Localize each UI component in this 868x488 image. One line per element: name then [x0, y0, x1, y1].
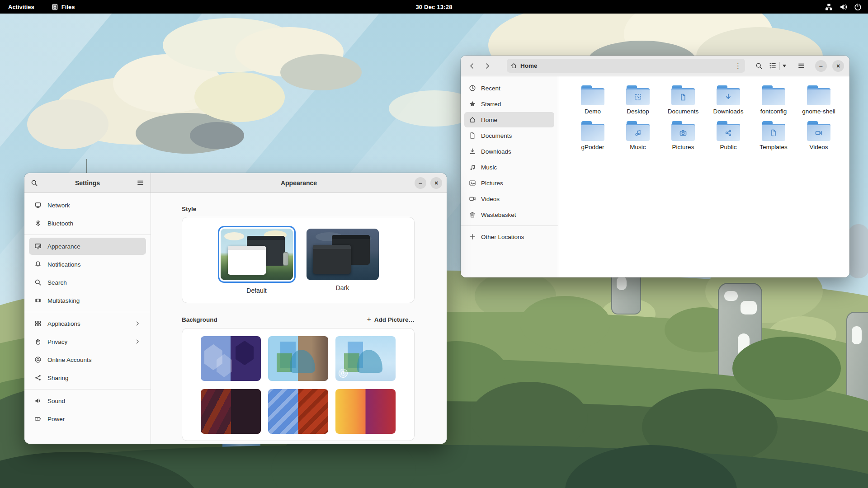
wallpaper-thumbnail-blue-sepia-abstract[interactable]: [268, 336, 328, 381]
camera-emblem: [678, 128, 688, 138]
folder-videos[interactable]: Videos: [796, 121, 841, 150]
sidebar-item-label: Wastebasket: [481, 211, 516, 218]
sidebar-item-downloads[interactable]: Downloads: [464, 144, 554, 159]
sidebar-item-home[interactable]: Home: [464, 112, 554, 127]
settings-titlebar-right[interactable]: Appearance – ×: [151, 173, 447, 193]
style-option-label: Dark: [336, 284, 349, 291]
focused-app-menu[interactable]: Files: [52, 4, 75, 10]
path-bar[interactable]: Home ⋮: [507, 59, 745, 73]
sidebar-item-pictures[interactable]: Pictures: [464, 175, 554, 191]
distant-stone: [848, 224, 868, 278]
sidebar-item-multitasking[interactable]: Multitasking: [29, 292, 146, 309]
sidebar-item-label: Pictures: [481, 180, 503, 187]
divider: [24, 235, 151, 235]
folder-name: Pictures: [672, 144, 694, 150]
system-status-area[interactable]: [825, 3, 862, 11]
wallpaper-thumbnail-light-blue-abstract[interactable]: [335, 336, 396, 381]
folder-icon: [762, 85, 785, 105]
sidebar-item-label: Network: [47, 202, 70, 209]
minimize-button[interactable]: –: [415, 177, 426, 189]
folder-downloads[interactable]: Downloads: [706, 85, 751, 115]
folder-music[interactable]: Music: [615, 121, 660, 150]
forward-button[interactable]: [481, 60, 493, 72]
wallpaper-thumbnail-yellow-purple-gradient[interactable]: [335, 389, 396, 434]
battery-icon: [34, 415, 42, 422]
sidebar-item-other-locations[interactable]: Other Locations: [464, 229, 554, 244]
search-button[interactable]: [753, 60, 765, 72]
sidebar-item-videos[interactable]: Videos: [464, 191, 554, 206]
forward-icon: [484, 62, 491, 70]
sidebar-item-network[interactable]: Network: [29, 197, 146, 214]
network-display-icon: [34, 202, 42, 209]
panel-title: Appearance: [281, 179, 317, 187]
view-toggle-button[interactable]: [769, 60, 786, 72]
folder-fontconfig[interactable]: fontconfig: [751, 85, 796, 115]
add-picture-button[interactable]: + Add Picture…: [367, 315, 415, 324]
auto-switch-clock-badge: [339, 369, 348, 378]
sidebar-item-online-accounts[interactable]: Online Accounts: [29, 351, 146, 368]
files-content-area[interactable]: Demo Desktop Documents: [558, 76, 849, 277]
sidebar-item-label: Sound: [47, 398, 65, 404]
document-icon: [469, 132, 476, 139]
style-option-dark[interactable]: Dark: [307, 226, 379, 291]
folder-gnome-shell[interactable]: gnome-shell: [796, 85, 841, 115]
sidebar-item-label: Home: [481, 117, 497, 123]
hamburger-menu-icon[interactable]: [137, 179, 144, 187]
wallpaper-thumbnail-dark-red-waves[interactable]: [201, 389, 261, 434]
sidebar-item-music[interactable]: Music: [464, 160, 554, 175]
app-grid-icon: [34, 320, 42, 327]
settings-sidebar: Network Bluetooth Appearance Notificatio…: [24, 193, 151, 444]
folder-public[interactable]: Public: [706, 121, 751, 150]
sidebar-item-privacy[interactable]: Privacy: [29, 333, 146, 350]
wallpaper-thumbnail-blue-orange-drips[interactable]: [268, 389, 328, 434]
close-button[interactable]: ×: [430, 177, 442, 189]
sidebar-item-sound[interactable]: Sound: [29, 392, 146, 409]
sidebar-item-appearance[interactable]: Appearance: [29, 238, 146, 255]
hill-bush: [520, 296, 610, 350]
clock-button[interactable]: 30 Dec 13:28: [415, 4, 452, 10]
hill-bush: [470, 382, 588, 454]
sidebar-item-wastebasket[interactable]: Wastebasket: [464, 207, 554, 222]
wallpaper-thumbnail-blue-purple-hexagons[interactable]: [201, 336, 261, 381]
folder-desktop[interactable]: Desktop: [615, 85, 660, 115]
search-icon[interactable]: [31, 179, 38, 187]
folder-demo[interactable]: Demo: [570, 85, 615, 115]
folder-documents[interactable]: Documents: [660, 85, 706, 115]
files-window: Home ⋮ – × Recent Starred: [461, 56, 849, 277]
activities-button[interactable]: Activities: [8, 4, 34, 10]
kebab-menu-icon[interactable]: ⋮: [735, 62, 741, 70]
current-location-label: Home: [520, 62, 538, 69]
sidebar-item-label: Sharing: [47, 375, 69, 381]
back-button[interactable]: [466, 60, 478, 72]
folder-templates[interactable]: Templates: [751, 121, 796, 150]
add-picture-label: Add Picture…: [374, 316, 415, 323]
folder-name: Videos: [809, 144, 828, 150]
files-titlebar[interactable]: Home ⋮ – ×: [461, 56, 849, 76]
folder-name: gnome-shell: [802, 108, 835, 115]
dropdown-arrow-icon: [783, 65, 786, 67]
video-camera-icon: [469, 195, 476, 202]
close-button[interactable]: ×: [832, 60, 844, 72]
at-sign-icon: [34, 356, 42, 363]
sidebar-item-power[interactable]: Power: [29, 410, 146, 427]
sidebar-item-bluetooth[interactable]: Bluetooth: [29, 215, 146, 232]
folder-icon: [581, 85, 604, 105]
sidebar-item-notifications[interactable]: Notifications: [29, 256, 146, 273]
settings-titlebar-left[interactable]: Settings: [24, 173, 151, 193]
folder-icon: [626, 85, 650, 105]
sidebar-item-sharing[interactable]: Sharing: [29, 369, 146, 386]
style-option-default[interactable]: Default: [218, 226, 296, 294]
chevron-right-icon: [134, 338, 141, 345]
folder-icon: [717, 121, 740, 141]
sidebar-item-recent[interactable]: Recent: [464, 80, 554, 96]
sidebar-item-starred[interactable]: Starred: [464, 96, 554, 112]
star-icon: [469, 100, 476, 108]
minimize-button[interactable]: –: [815, 60, 827, 72]
sidebar-item-applications[interactable]: Applications: [29, 315, 146, 332]
sidebar-item-documents[interactable]: Documents: [464, 128, 554, 143]
folder-pictures[interactable]: Pictures: [660, 121, 706, 150]
main-menu-button[interactable]: [795, 60, 807, 72]
sidebar-item-search[interactable]: Search: [29, 274, 146, 291]
list-view-icon: [769, 62, 777, 70]
folder-gpodder[interactable]: gPodder: [570, 121, 615, 150]
